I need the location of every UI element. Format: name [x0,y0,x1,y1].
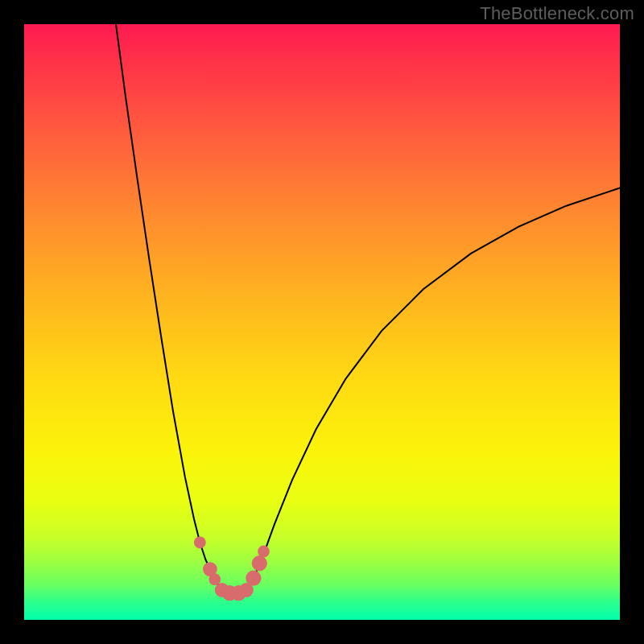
data-marker [258,546,270,558]
data-marker [208,573,221,585]
chart-container: TheBottleneck.com [0,0,644,644]
curve-layer [24,24,620,620]
left-branch-curve [116,24,221,589]
marker-group [194,536,270,601]
data-marker [246,571,261,586]
plot-area [24,24,620,620]
right-branch-curve [248,188,621,589]
data-marker [194,536,206,548]
data-marker [252,555,267,571]
watermark-text: TheBottleneck.com [480,3,634,24]
